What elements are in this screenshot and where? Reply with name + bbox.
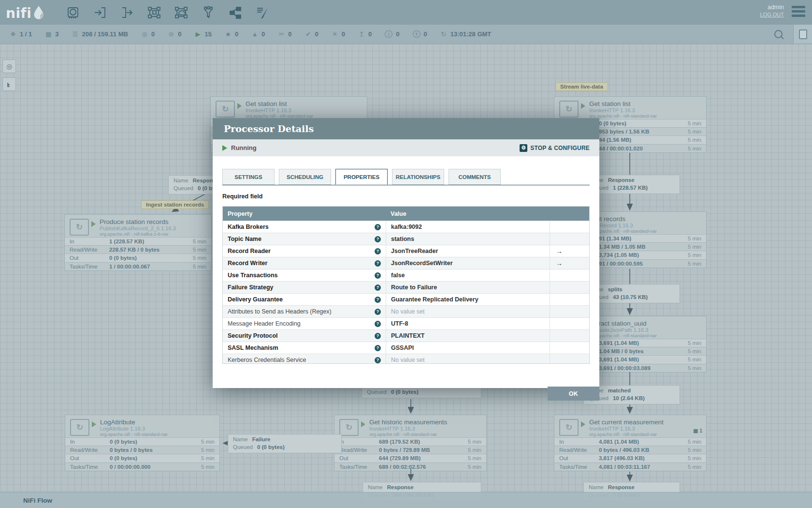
ok-button[interactable]: OK (548, 387, 599, 401)
processor-bundle: org.apache.nifi - nifi-kafka-2-6-nar (100, 231, 169, 237)
run-state-icon (237, 103, 242, 109)
logout-link[interactable]: LOG OUT (760, 11, 784, 18)
tab-scheduling[interactable]: SCHEDULING (279, 169, 331, 185)
goto-service-icon[interactable]: → (556, 259, 563, 267)
property-value-cell[interactable]: stations (386, 233, 550, 245)
processor-stats: In0 (0 bytes)5 minRead/Write0 bytes / 0 … (65, 437, 219, 471)
stat-value: 0 (0 bytes) (109, 255, 185, 261)
property-value-cell[interactable]: false (386, 269, 550, 281)
stopped-icon: ■ (225, 30, 232, 38)
tab-settings[interactable]: SETTINGS (222, 169, 275, 185)
goto-service-icon[interactable]: → (556, 247, 563, 255)
nifi-app: ◎ ↻Get station listInvokeHTTP 1.16.3org.… (0, 0, 812, 508)
pan-hand-button[interactable] (2, 77, 16, 91)
property-value-cell[interactable]: PLAINTEXT (386, 330, 550, 342)
process-group-tool-icon[interactable] (146, 5, 162, 20)
stat-window: 5 min (185, 239, 206, 244)
help-icon[interactable]: ? (375, 345, 381, 351)
property-value-cell[interactable]: Route to Failure (386, 282, 550, 293)
stop-and-configure-button[interactable]: ⚙ STOP & CONFIGURE (520, 144, 590, 152)
property-value-cell[interactable]: UTF-8 (386, 318, 550, 329)
help-icon[interactable]: ? (375, 357, 381, 363)
help-icon[interactable]: ? (375, 297, 381, 303)
connection-label[interactable]: NameFailureQueued0 (0 bytes) (228, 434, 342, 453)
property-value-cell[interactable]: kafka:9092 (386, 221, 550, 233)
processor-stats: In1 (228.57 KB)5 minRead/Write228.57 KB … (65, 237, 211, 270)
help-icon[interactable]: ? (375, 248, 381, 254)
stat-window: 5 min (680, 236, 701, 241)
stat-window: 5 min (680, 129, 701, 134)
help-icon[interactable]: ? (375, 272, 381, 279)
property-value-cell[interactable]: JsonRecordSetWriter (386, 257, 550, 269)
property-value-cell[interactable]: No value set (386, 306, 550, 317)
template-tool-icon[interactable] (228, 5, 243, 20)
help-icon[interactable]: ? (375, 309, 381, 315)
processor-type: PublishKafkaRecord_2_6 1.16.3 (100, 225, 176, 231)
nifi-droplet-icon (32, 5, 45, 20)
label-tool-icon[interactable] (255, 5, 270, 20)
property-value-cell[interactable]: No value set (386, 354, 550, 364)
stat-window: 5 min (193, 439, 215, 445)
processor-tool-icon[interactable] (65, 5, 81, 20)
property-value-cell[interactable]: Guarantee Replicated Delivery (386, 294, 550, 305)
processor-type: InvokeHTTP 1.16.3 (246, 107, 291, 113)
processor-get-current-measurement[interactable]: ↻Get current measurementInvokeHTTP 1.16.… (554, 415, 707, 471)
goto-service-cell[interactable]: → (550, 257, 589, 269)
help-icon[interactable]: ? (375, 236, 381, 242)
status-count: 0 (178, 30, 181, 38)
zoom-fit-button[interactable]: ◎ (2, 60, 16, 73)
stat-window: 5 min (193, 447, 215, 453)
processor-get-historic-measurements[interactable]: ↻Get historic measurementsInvokeHTTP 1.1… (334, 415, 487, 471)
remote-process-group-tool-icon[interactable] (174, 5, 189, 20)
processor-type: LogAttribute 1.16.3 (100, 426, 145, 432)
tab-properties[interactable]: PROPERTIES (335, 169, 388, 185)
global-menu-icon[interactable] (792, 6, 805, 19)
stat-label: In (559, 439, 599, 445)
property-name: SASL Mechanism (228, 344, 278, 351)
stat-window: 5 min (460, 455, 481, 461)
help-icon[interactable]: ? (375, 333, 381, 339)
stat-value: 0 / 00:00:00.000 (110, 464, 193, 470)
processor-stat-row: Tasks/Time4,081 / 00:03:11.1675 min (554, 463, 706, 471)
help-icon[interactable]: ? (375, 224, 381, 230)
search-icon[interactable] (774, 30, 783, 38)
stat-window: 5 min (680, 439, 701, 445)
processor-produce-station-records[interactable]: ↻Produce station recordsPublishKafkaReco… (64, 214, 212, 271)
queued-value: 10 (2.64 KB) (613, 395, 645, 403)
breadcrumb-root[interactable]: NiFi Flow (23, 497, 52, 504)
stat-value: 0 (0 bytes) (110, 455, 193, 461)
flow-label[interactable]: Ingest station records (141, 200, 209, 209)
goto-service-cell[interactable]: → (550, 245, 589, 257)
property-name: Topic Name (228, 236, 261, 242)
property-row: SASL Mechanism?GSSAPI (223, 342, 589, 354)
property-value-cell[interactable]: JsonTreeReader (386, 245, 550, 257)
output-port-tool-icon[interactable] (119, 5, 135, 20)
flow-label[interactable]: Stream live-data (555, 82, 608, 91)
goto-service-cell (550, 306, 589, 317)
not-transmitting-icon: ⊘ (168, 30, 174, 38)
help-icon[interactable]: ? (375, 321, 381, 327)
stat-window: 5 min (680, 348, 701, 354)
cluster-node-badge: ▦ 1 (693, 428, 702, 433)
breadcrumb[interactable]: NiFi Flow (0, 492, 812, 508)
stat-window: 5 min (460, 439, 481, 445)
property-name: Failure Strategy (228, 284, 273, 291)
stale-icon: ↥ (358, 30, 365, 38)
tab-relationships[interactable]: RELATIONSHIPS (392, 169, 444, 185)
help-icon[interactable]: ? (375, 260, 381, 267)
tab-comments[interactable]: COMMENTS (449, 169, 501, 185)
input-port-tool-icon[interactable] (92, 5, 108, 20)
funnel-tool-icon[interactable] (201, 5, 216, 20)
help-icon[interactable]: ? (375, 284, 381, 291)
value-column-header: Value (386, 210, 550, 217)
property-row: Delivery Guarantee?Guarantee Replicated … (223, 293, 589, 305)
stat-label: Out (339, 455, 379, 461)
property-value-cell[interactable]: GSSAPI (386, 342, 550, 354)
birdseye-toggle-button[interactable] (793, 25, 812, 44)
processor-logattribute[interactable]: ↻LogAttributeLogAttribute 1.16.3org.apac… (65, 415, 220, 471)
status-count: 0 (424, 30, 427, 38)
processor-type: InvokeHTTP 1.16.3 (369, 426, 415, 432)
processor-stats: In689 (179.52 KB)5 minRead/Write0 bytes … (334, 437, 486, 471)
last-refresh[interactable]: ↻ 13:01:28 GMT (440, 30, 492, 38)
property-name-cell: Topic Name? (223, 233, 386, 245)
